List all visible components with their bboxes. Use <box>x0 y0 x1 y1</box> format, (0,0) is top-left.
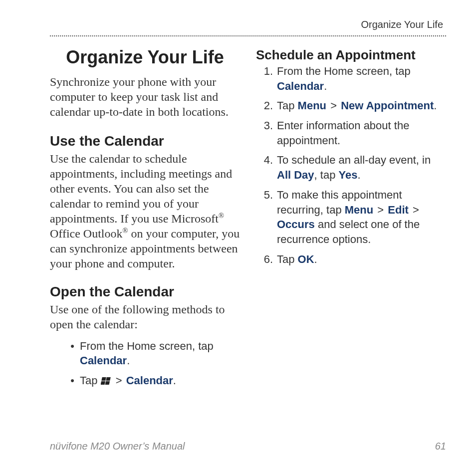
text-fragment: . <box>173 374 176 387</box>
step-text: Tap OK. <box>277 252 446 267</box>
ui-label-occurs: Occurs <box>277 218 315 231</box>
breadcrumb-separator: > <box>326 99 341 112</box>
list-item: 6. Tap OK. <box>256 252 446 267</box>
text-fragment: From the Home screen, tap <box>80 340 214 352</box>
breadcrumb-separator: > <box>373 204 388 216</box>
ui-label-yes: Yes <box>339 169 358 181</box>
text-fragment: Tap <box>277 99 298 112</box>
step-text: To make this appointment recurring, tap … <box>277 188 446 247</box>
ui-label-calendar: Calendar <box>126 374 173 387</box>
breadcrumb-separator: > <box>112 374 126 387</box>
step-text: From the Home screen, tap Calendar. <box>277 64 446 93</box>
svg-rect-3 <box>105 381 109 385</box>
ui-label-all-day: All Day <box>277 169 314 181</box>
page-footer: nüvifone M20 Owner’s Manual 61 <box>50 441 446 452</box>
list-item: 1. From the Home screen, tap Calendar. <box>256 64 446 93</box>
text-fragment: . <box>434 99 437 112</box>
text-fragment: . <box>357 169 360 181</box>
section-use-calendar-body: Use the calendar to schedule appointment… <box>50 151 240 271</box>
left-column: Organize Your Life Synchronize your phon… <box>50 47 240 393</box>
schedule-appointment-steps: 1. From the Home screen, tap Calendar. 2… <box>256 64 446 266</box>
footer-page-number: 61 <box>435 441 446 452</box>
ui-label-edit: Edit <box>388 204 409 216</box>
text-fragment: . <box>127 354 130 367</box>
list-item-text: From the Home screen, tap Calendar. <box>80 339 240 368</box>
section-open-calendar-body: Use one of the following methods to open… <box>50 302 240 332</box>
windows-flag-icon <box>101 375 112 384</box>
step-number: 2. <box>256 98 277 113</box>
bullet-icon: • <box>65 373 80 388</box>
running-head: Organize Your Life <box>50 19 446 35</box>
svg-rect-0 <box>101 377 106 381</box>
ui-label-menu: Menu <box>345 204 373 216</box>
list-item: • Tap > Calendar. <box>65 373 240 388</box>
section-open-calendar-heading: Open the Calendar <box>50 284 240 300</box>
list-item: 5. To make this appointment recurring, t… <box>256 188 446 247</box>
header-rule <box>50 35 446 36</box>
text-fragment: Office Outlook <box>50 227 123 240</box>
text-fragment: From the Home screen, tap <box>277 65 411 77</box>
list-item: 2. Tap Menu > New Appointment. <box>256 98 446 113</box>
registered-mark: ® <box>123 227 128 235</box>
list-item: • From the Home screen, tap Calendar. <box>65 339 240 368</box>
ui-label-new-appointment: New Appointment <box>341 99 434 112</box>
ui-label-ok: OK <box>298 253 314 265</box>
list-item-text: Tap > Calendar. <box>80 373 240 388</box>
footer-manual-title: nüvifone M20 Owner’s Manual <box>50 441 185 452</box>
step-number: 1. <box>256 64 277 79</box>
registered-mark: ® <box>219 212 224 220</box>
text-fragment: Tap <box>277 253 298 265</box>
bullet-icon: • <box>65 339 80 354</box>
manual-page: Organize Your Life Organize Your Life Sy… <box>0 0 476 476</box>
step-text: Enter information about the appointment. <box>277 118 446 148</box>
breadcrumb-separator: > <box>409 204 420 216</box>
text-fragment: , tap <box>314 169 339 181</box>
step-text: Tap Menu > New Appointment. <box>277 98 446 113</box>
step-number: 3. <box>256 118 277 133</box>
step-number: 6. <box>256 252 277 267</box>
section-schedule-appointment-heading: Schedule an Appointment <box>256 47 446 63</box>
section-use-calendar-heading: Use the Calendar <box>50 133 240 149</box>
text-fragment: . <box>324 80 327 92</box>
ui-label-calendar: Calendar <box>277 80 324 92</box>
list-item: 3. Enter information about the appointme… <box>256 118 446 148</box>
list-item: 4. To schedule an all-day event, in All … <box>256 153 446 182</box>
two-column-layout: Organize Your Life Synchronize your phon… <box>50 47 446 393</box>
right-column: Schedule an Appointment 1. From the Home… <box>256 47 446 393</box>
text-fragment: Use the calendar to schedule appointment… <box>50 152 232 225</box>
ui-label-calendar: Calendar <box>80 354 127 367</box>
text-fragment: . <box>314 253 317 265</box>
step-number: 4. <box>256 153 277 168</box>
step-text: To schedule an all-day event, in All Day… <box>277 153 446 182</box>
text-fragment: Tap <box>80 374 101 387</box>
text-fragment: To schedule an all-day event, in <box>277 154 431 166</box>
svg-rect-1 <box>106 377 110 381</box>
step-number: 5. <box>256 188 277 203</box>
ui-label-menu: Menu <box>298 99 326 112</box>
intro-paragraph: Synchronize your phone with your compute… <box>50 74 240 119</box>
page-title: Organize Your Life <box>50 47 240 67</box>
svg-rect-2 <box>101 381 105 385</box>
open-calendar-methods-list: • From the Home screen, tap Calendar. • … <box>50 339 240 388</box>
